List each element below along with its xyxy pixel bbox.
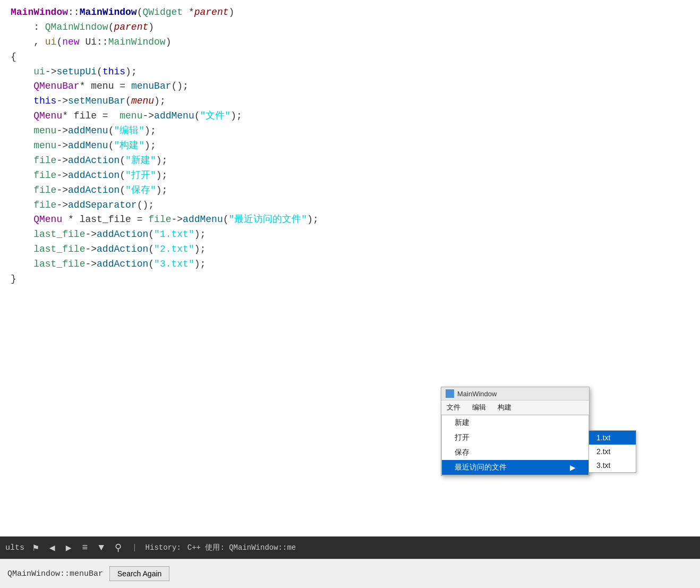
search-term-label: QMainWindow::menuBar [7,569,103,578]
token [11,66,33,77]
submenu-item-3[interactable]: 3.txt [589,458,636,472]
token: file [33,170,56,181]
token: ) [229,7,235,18]
submenu-item-2[interactable]: 2.txt [589,445,636,458]
token [11,214,33,225]
token: last_file [33,229,85,240]
token: ); [125,66,137,77]
status-bar: ults ⚑ ◀ ▶ ≡ ▼ ⚲ | History: C++ 使用: QMai… [0,536,700,559]
token: addAction [68,170,119,181]
code-line-15: QMenu * last_file = file->addMenu("最近访问的… [11,212,689,227]
code-line-2: : QMainWindow(parent) [11,20,689,35]
token: "1.txt" [154,229,194,240]
submenu-item-1[interactable]: 1.txt [589,431,636,445]
menu-action-open[interactable]: 打开 [442,430,588,445]
token: -> [85,229,97,240]
token [11,110,33,121]
code-line-9: menu->addMenu("编辑"); [11,124,689,139]
token: * [62,110,68,121]
code-line-18: last_file->addAction("3.txt"); [11,257,689,272]
token: ); [144,140,156,151]
code-line-13: file->addAction("保存"); [11,183,689,198]
window-title: MainWindow [457,390,497,398]
results-label: ults [5,543,24,552]
token: ui [45,37,57,47]
token: MainWindow [80,7,137,18]
token: -> [142,110,154,121]
token: Ui:: [80,37,108,47]
menu-action-save[interactable]: 保存 [442,445,588,460]
code-line-5: ui->setupUi(this); [11,65,689,80]
token: -> [56,125,68,136]
filter-icon[interactable]: ▼ [96,541,106,554]
token: ); [156,170,168,181]
token: ( [148,244,154,254]
token: "2.txt" [154,244,194,254]
preview-title-bar: MainWindow [441,387,589,400]
token: file [33,185,56,195]
search-icon[interactable]: ⚲ [113,541,124,555]
token: addMenu [68,140,108,151]
submenu-arrow-icon: ▶ [570,463,576,472]
code-line-1: MainWindow::MainWindow(QWidget *parent) [11,5,689,20]
token: setMenuBar [68,96,125,106]
token: menu = [85,81,131,91]
token: addAction [97,259,148,269]
menu-action-recent[interactable]: 最近访问的文件 ▶ [442,460,588,475]
token: (); [137,200,154,210]
warning-icon[interactable]: ⚑ [31,541,41,555]
token: addMenu [154,110,194,121]
code-line-16: last_file->addAction("1.txt"); [11,227,689,242]
token [11,229,33,240]
token: menu [33,140,56,151]
token: ); [194,229,206,240]
token: last_file [33,259,85,269]
token [11,96,33,106]
preview-window: MainWindow 文件 编辑 构建 新建 打开 保存 最近访问的文件 ▶ [441,387,590,476]
recent-files-submenu: 1.txt 2.txt 3.txt [588,430,636,473]
code-line-12: file->addAction("打开"); [11,168,689,183]
token [11,259,33,269]
token [11,185,33,195]
token: addAction [97,244,148,254]
code-line-14: file->addSeparator(); [11,198,689,213]
token: last_file = [74,214,148,225]
token: ( [125,96,131,106]
preview-menu-bar[interactable]: 文件 编辑 构建 [441,400,589,415]
token: parent [114,22,148,32]
token: QMenu [33,110,62,121]
token: ( [108,140,114,151]
prev-result-icon[interactable]: ◀ [47,541,57,555]
token: : [11,22,45,32]
token: ( [223,214,229,225]
token: , [11,37,45,47]
menu-item-edit[interactable]: 编辑 [470,402,488,413]
list-icon[interactable]: ≡ [80,541,90,554]
recent-files-label: 最近访问的文件 [455,463,507,472]
menu-action-new[interactable]: 新建 [442,415,588,430]
token: :: [68,7,80,18]
token: ); [194,244,206,254]
token: ( [97,66,103,77]
next-result-icon[interactable]: ▶ [64,541,74,555]
search-again-button[interactable]: Search Again [109,566,169,581]
token: -> [85,259,97,269]
menu-item-build[interactable]: 构建 [496,402,514,413]
token: "编辑" [114,125,144,136]
token: (); [172,81,189,91]
token [11,81,33,91]
token: ( [148,259,154,269]
token: "保存" [125,185,156,195]
token: ( [119,170,125,181]
token: menuBar [131,81,172,91]
menu-item-file[interactable]: 文件 [445,402,463,413]
history-content: C++ 使用: QMainWindow::me [187,543,296,552]
token: ) [148,22,154,32]
code-line-11: file->addAction("新建"); [11,154,689,168]
token: addAction [97,229,148,240]
token: -> [56,155,68,166]
token: ) [166,37,172,47]
token [11,200,33,210]
token: QMainWindow [45,22,108,32]
token: addAction [68,155,119,166]
